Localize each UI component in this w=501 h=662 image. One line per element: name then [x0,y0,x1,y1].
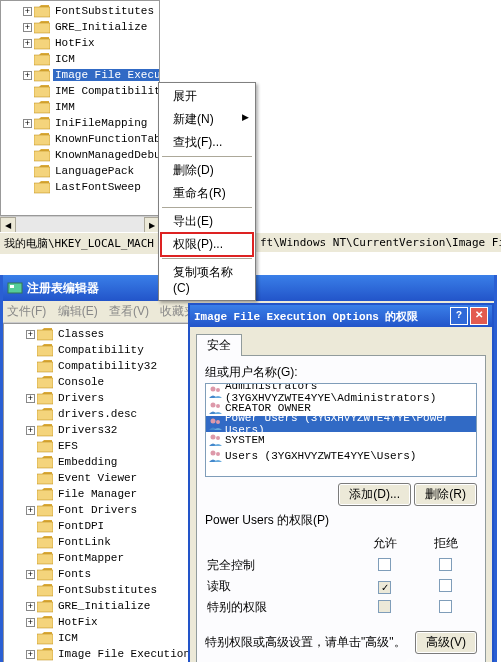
allow-checkbox[interactable]: ✓ [378,581,391,594]
expander-icon[interactable] [26,522,35,531]
menu-rename[interactable]: 重命名(R) [161,182,253,205]
tree-item[interactable]: ICM [4,630,188,646]
expander-icon[interactable] [26,410,35,419]
deny-checkbox[interactable] [439,579,452,592]
tree-item[interactable]: IMM [1,99,159,115]
expander-icon[interactable] [23,151,32,160]
expander-icon[interactable]: + [26,650,35,659]
add-button[interactable]: 添加(D)... [338,483,411,506]
tree-item[interactable]: Embedding [4,454,188,470]
folder-icon [37,504,53,517]
close-button[interactable]: ✕ [470,307,488,325]
expander-icon[interactable] [23,183,32,192]
tree-item[interactable]: +Drivers32 [4,422,188,438]
expander-icon[interactable]: + [26,426,35,435]
list-item[interactable]: Power Users (3YGXHVYZWTE4YYE\Power Users… [206,416,476,432]
tree-item[interactable]: +Fonts [4,566,188,582]
remove-button[interactable]: 删除(R) [414,483,477,506]
menu-new[interactable]: 新建(N)▶ [161,108,253,131]
expander-icon[interactable] [23,87,32,96]
tree-item[interactable]: +Drivers [4,390,188,406]
tree-item[interactable]: File Manager [4,486,188,502]
expander-icon[interactable]: + [23,71,32,80]
menu-file[interactable]: 文件(F) [7,304,46,318]
tab-security[interactable]: 安全 [196,334,242,356]
expander-icon[interactable]: + [26,570,35,579]
allow-checkbox[interactable] [378,558,391,571]
tree-item[interactable]: +Image File Execution Opti [1,67,159,83]
tree-item[interactable]: KnownManagedDebu [1,147,159,163]
list-item[interactable]: Administrators (3YGXHVYZWTE4YYE\Administ… [206,384,476,400]
tree-item-label: Drivers [56,392,106,404]
tree-item[interactable]: IME Compatibilit [1,83,159,99]
tree-item[interactable]: +IniFileMapping [1,115,159,131]
allow-checkbox[interactable] [378,600,391,613]
deny-checkbox[interactable] [439,558,452,571]
expander-icon[interactable]: + [26,618,35,627]
expander-icon[interactable] [26,458,35,467]
users-listbox[interactable]: Administrators (3YGXHVYZWTE4YYE\Administ… [205,383,477,477]
expander-icon[interactable] [23,135,32,144]
tree-item[interactable]: +GRE_Initialize [4,598,188,614]
tree-item[interactable]: FontLink [4,534,188,550]
expander-icon[interactable] [23,55,32,64]
tree-item[interactable]: +Classes [4,326,188,342]
tree-item[interactable]: LanguagePack [1,163,159,179]
menu-edit[interactable]: 编辑(E) [58,304,98,318]
expander-icon[interactable] [23,167,32,176]
tree-item[interactable]: +Font Drivers [4,502,188,518]
tree-item[interactable]: +HotFix [4,614,188,630]
scroll-left-button[interactable]: ◀ [0,217,16,233]
dialog-titlebar[interactable]: Image File Execution Options 的权限 ? ✕ [190,305,492,327]
expander-icon[interactable] [26,538,35,547]
expander-icon[interactable] [26,474,35,483]
expander-icon[interactable]: + [26,394,35,403]
expander-icon[interactable]: + [23,119,32,128]
tree-item[interactable]: FontDPI [4,518,188,534]
expander-icon[interactable] [23,103,32,112]
advanced-button[interactable]: 高级(V) [415,631,477,654]
tree-item[interactable]: ICM [1,51,159,67]
expander-icon[interactable]: + [23,23,32,32]
tree-item[interactable]: +GRE_Initialize [1,19,159,35]
expander-icon[interactable]: + [23,39,32,48]
tree-item[interactable]: FontMapper [4,550,188,566]
registry-tree-left[interactable]: +ClassesCompatibilityCompatibility32Cons… [3,323,189,662]
deny-checkbox[interactable] [439,600,452,613]
menu-permissions[interactable]: 权限(P)... [161,233,253,256]
tree-item[interactable]: FontSubstitutes [4,582,188,598]
expander-icon[interactable]: + [26,330,35,339]
expander-icon[interactable]: + [26,602,35,611]
expander-icon[interactable] [26,586,35,595]
help-button[interactable]: ? [450,307,468,325]
tree-item[interactable]: KnownFunctionTab [1,131,159,147]
menu-copy-key-name[interactable]: 复制项名称(C) [161,261,253,298]
tree-item[interactable]: +HotFix [1,35,159,51]
expander-icon[interactable] [26,378,35,387]
expander-icon[interactable] [26,634,35,643]
expander-icon[interactable] [26,362,35,371]
tree-item[interactable]: Compatibility [4,342,188,358]
menu-expand[interactable]: 展开 [161,85,253,108]
tree-item[interactable]: EFS [4,438,188,454]
tree-item[interactable]: Console [4,374,188,390]
expander-icon[interactable]: + [23,7,32,16]
list-item[interactable]: Users (3YGXHVYZWTE4YYE\Users) [206,448,476,464]
registry-tree-top[interactable]: +FontSubstitutes+GRE_Initialize+HotFixIC… [0,0,160,216]
tree-item[interactable]: LastFontSweep [1,179,159,195]
menu-find[interactable]: 查找(F)... [161,131,253,154]
menu-view[interactable]: 查看(V) [109,304,149,318]
tree-item[interactable]: Compatibility32 [4,358,188,374]
menu-delete[interactable]: 删除(D) [161,159,253,182]
tree-item[interactable]: drivers.desc [4,406,188,422]
expander-icon[interactable] [26,490,35,499]
hscrollbar[interactable]: ◀ ▶ [0,216,160,232]
expander-icon[interactable]: + [26,506,35,515]
tree-item[interactable]: +FontSubstitutes [1,3,159,19]
expander-icon[interactable] [26,442,35,451]
expander-icon[interactable] [26,346,35,355]
expander-icon[interactable] [26,554,35,563]
tree-item[interactable]: +Image File Execution Opti [4,646,188,662]
tree-item[interactable]: Event Viewer [4,470,188,486]
menu-export[interactable]: 导出(E) [161,210,253,233]
